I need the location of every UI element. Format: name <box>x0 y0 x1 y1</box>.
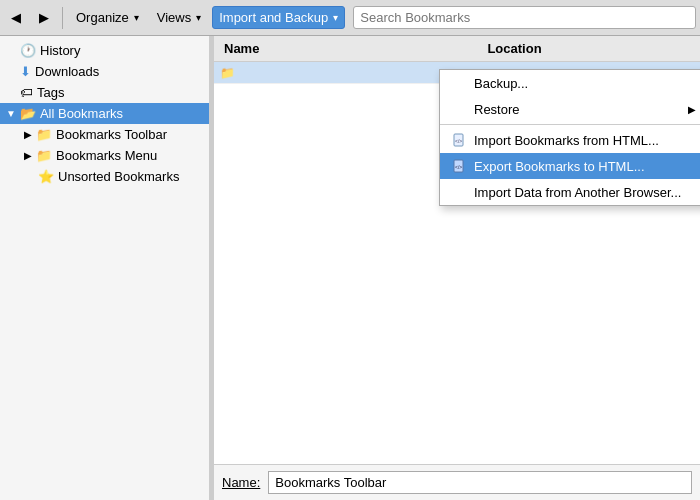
export-html-icon: </> <box>452 158 468 174</box>
menu-item-import-browser[interactable]: Import Data from Another Browser... <box>440 179 700 205</box>
sidebar-item-label-history: History <box>40 43 80 58</box>
restore-submenu-arrow-icon: ▶ <box>688 104 696 115</box>
views-button[interactable]: Views ▾ <box>150 6 208 29</box>
sidebar-item-label-bookmarks-toolbar: Bookmarks Toolbar <box>56 127 167 142</box>
import-backup-label: Import and Backup <box>219 10 328 25</box>
content-area: Name Location 📁 Name: Backup... <box>214 36 700 500</box>
expand-bookmarks-menu-icon: ▶ <box>24 150 32 161</box>
views-arrow-icon: ▾ <box>196 12 201 23</box>
restore-label: Restore <box>474 102 520 117</box>
all-bookmarks-icon: 📂 <box>20 106 36 121</box>
import-html-label: Import Bookmarks from HTML... <box>474 133 659 148</box>
expand-bookmarks-toolbar-icon: ▶ <box>24 129 32 140</box>
views-label: Views <box>157 10 191 25</box>
sidebar-item-label-downloads: Downloads <box>35 64 99 79</box>
sidebar: 🕐 History ⬇ Downloads 🏷 Tags ▼ 📂 All Boo… <box>0 36 210 500</box>
import-html-icon: </> <box>452 132 468 148</box>
sidebar-item-bookmarks-toolbar[interactable]: ▶ 📁 Bookmarks Toolbar <box>0 124 209 145</box>
menu-item-export-html[interactable]: </> Export Bookmarks to HTML... <box>440 153 700 179</box>
row-icon-0: 📁 <box>220 66 235 80</box>
col-name: Name <box>220 39 263 58</box>
sidebar-item-history[interactable]: 🕐 History <box>0 40 209 61</box>
tags-icon: 🏷 <box>20 85 33 100</box>
forward-button[interactable]: ▶ <box>32 6 56 29</box>
backup-label: Backup... <box>474 76 528 91</box>
history-icon: 🕐 <box>20 43 36 58</box>
content-header: Name Location <box>214 36 700 62</box>
import-browser-icon <box>452 184 468 200</box>
organize-arrow-icon: ▾ <box>134 12 139 23</box>
organize-button[interactable]: Organize ▾ <box>69 6 146 29</box>
forward-icon: ▶ <box>39 10 49 25</box>
back-button[interactable]: ◀ <box>4 6 28 29</box>
separator-1 <box>62 7 63 29</box>
sidebar-item-all-bookmarks[interactable]: ▼ 📂 All Bookmarks <box>0 103 209 124</box>
name-input[interactable] <box>268 471 692 494</box>
name-label: Name: <box>222 475 260 490</box>
sidebar-item-label-unsorted-bookmarks: Unsorted Bookmarks <box>58 169 179 184</box>
back-icon: ◀ <box>11 10 21 25</box>
downloads-icon: ⬇ <box>20 64 31 79</box>
sidebar-item-label-tags: Tags <box>37 85 64 100</box>
sidebar-item-tags[interactable]: 🏷 Tags <box>0 82 209 103</box>
expand-all-bookmarks-icon: ▼ <box>6 108 16 119</box>
main-layout: 🕐 History ⬇ Downloads 🏷 Tags ▼ 📂 All Boo… <box>0 36 700 500</box>
menu-item-restore[interactable]: Restore ▶ <box>440 96 700 122</box>
restore-icon <box>452 101 468 117</box>
organize-label: Organize <box>76 10 129 25</box>
toolbar: ◀ ▶ Organize ▾ Views ▾ Import and Backup… <box>0 0 700 36</box>
import-browser-label: Import Data from Another Browser... <box>474 185 681 200</box>
svg-text:</>: </> <box>455 164 462 170</box>
bookmarks-toolbar-icon: 📁 <box>36 127 52 142</box>
import-backup-dropdown: Backup... Restore ▶ </> <box>439 69 700 206</box>
sidebar-item-bookmarks-menu[interactable]: ▶ 📁 Bookmarks Menu <box>0 145 209 166</box>
col-location: Location <box>483 39 545 58</box>
search-input[interactable] <box>353 6 696 29</box>
sidebar-item-label-bookmarks-menu: Bookmarks Menu <box>56 148 157 163</box>
backup-icon <box>452 75 468 91</box>
sidebar-item-downloads[interactable]: ⬇ Downloads <box>0 61 209 82</box>
menu-item-backup[interactable]: Backup... <box>440 70 700 96</box>
import-backup-button[interactable]: Import and Backup ▾ <box>212 6 345 29</box>
export-html-label: Export Bookmarks to HTML... <box>474 159 645 174</box>
menu-separator-1 <box>440 124 700 125</box>
bookmarks-menu-icon: 📁 <box>36 148 52 163</box>
unsorted-bookmarks-icon: ⭐ <box>38 169 54 184</box>
sidebar-item-unsorted-bookmarks[interactable]: ⭐ Unsorted Bookmarks <box>0 166 209 187</box>
sidebar-item-label-all-bookmarks: All Bookmarks <box>40 106 123 121</box>
import-backup-arrow-icon: ▾ <box>333 12 338 23</box>
menu-item-import-html[interactable]: </> Import Bookmarks from HTML... <box>440 127 700 153</box>
content-footer: Name: <box>214 464 700 500</box>
svg-text:</>: </> <box>455 138 462 144</box>
